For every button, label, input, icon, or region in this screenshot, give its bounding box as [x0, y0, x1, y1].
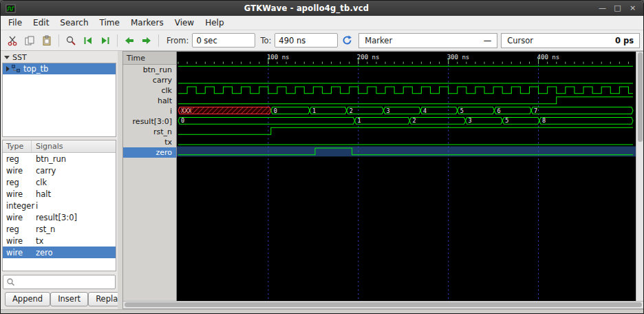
svg-text:100 ns: 100 ns — [267, 54, 290, 61]
signals-rows: regbtn_runwirecarryregclkwirehaltinteger… — [3, 153, 116, 258]
copy-icon[interactable] — [21, 32, 38, 49]
append-button[interactable]: Append — [5, 292, 50, 306]
menu-item-search[interactable]: Search — [54, 17, 94, 29]
svg-text:6: 6 — [497, 107, 500, 114]
sst-title: SST — [12, 53, 27, 62]
wave-name-btn-run[interactable]: btn_run — [123, 65, 176, 75]
panel-splitter[interactable] — [118, 51, 122, 309]
paste-icon[interactable] — [39, 32, 55, 49]
wave-name-tx[interactable]: tx — [123, 137, 176, 147]
to-label: To: — [260, 36, 271, 45]
wave-names-column: Time btn_runcarryclkhaltiresult[3:0]rst_… — [123, 52, 177, 301]
zoom-fit-icon[interactable] — [63, 32, 79, 49]
svg-text:5: 5 — [505, 117, 508, 124]
to-input[interactable] — [275, 33, 338, 48]
toolbar-separator — [58, 34, 59, 47]
menu-item-view[interactable]: View — [169, 17, 200, 29]
signal-type: reg — [3, 224, 32, 234]
svg-text:XXX: XXX — [181, 107, 192, 114]
expander-icon[interactable] — [6, 66, 10, 72]
type-column-header[interactable]: Type — [3, 140, 32, 152]
signal-row-tx[interactable]: wiretx — [3, 235, 116, 247]
signal-type: wire — [3, 166, 32, 176]
vertical-scrollbar[interactable] — [636, 52, 643, 301]
insert-button[interactable]: Insert — [50, 292, 88, 306]
shift-left-icon[interactable] — [121, 32, 138, 49]
signal-row-btn-run[interactable]: regbtn_run — [3, 153, 116, 165]
toolbar-separator — [158, 34, 159, 47]
signal-name: rst_n — [32, 224, 116, 234]
tree-item-top-tb[interactable]: top_tb — [3, 63, 116, 74]
gtkwave-window: GTKWave - apollo4g_tb.vcd — □ × FileEdit… — [0, 0, 644, 314]
hierarchy-icon — [12, 65, 21, 73]
signal-type: integer — [3, 201, 32, 211]
close-icon[interactable]: × — [627, 1, 638, 15]
wave-name-zero[interactable]: zero — [123, 147, 176, 158]
wave-canvas-svg[interactable]: 100 ns200 ns300 ns400 nsXXX0123456701235… — [177, 52, 636, 301]
signal-type: reg — [3, 154, 32, 164]
signal-name: i — [32, 201, 116, 211]
signals-column-header[interactable]: Signals — [32, 140, 116, 152]
signal-row-result-3-0[interactable]: wireresult[3:0] — [3, 211, 116, 223]
signal-row-halt[interactable]: wirehalt — [3, 188, 116, 200]
shift-right-icon[interactable] — [138, 32, 155, 49]
menu-item-time[interactable]: Time — [94, 17, 125, 29]
wave-name-clk[interactable]: clk — [123, 85, 176, 96]
svg-text:2: 2 — [350, 107, 353, 114]
signal-name: carry — [32, 166, 116, 176]
main-area: SST top_tb Type Signals regbtn_runwireca… — [1, 51, 643, 309]
svg-text:7: 7 — [534, 107, 537, 114]
marker-box: Marker — — [358, 33, 497, 48]
from-input[interactable] — [192, 33, 255, 48]
svg-text:3: 3 — [469, 117, 472, 124]
reload-icon[interactable] — [339, 32, 355, 49]
window-bottom-edge — [1, 309, 643, 313]
svg-text:400 ns: 400 ns — [537, 54, 560, 61]
signals-table: Type Signals regbtn_runwirecarryregclkwi… — [2, 140, 116, 271]
toolbar: From: To: Marker — Cursor 0 ps — [1, 30, 643, 51]
wave-canvas[interactable]: 100 ns200 ns300 ns400 nsXXX0123456701235… — [177, 52, 636, 301]
search-input[interactable] — [18, 278, 112, 286]
vertical-scrollbar-thumb[interactable] — [638, 52, 643, 142]
signal-buttons: AppendInsertReplace — [2, 289, 116, 308]
signals-table-header: Type Signals — [3, 140, 116, 153]
titlebar[interactable]: GTKWave - apollo4g_tb.vcd — □ × — [1, 1, 643, 16]
minimize-icon[interactable]: — — [597, 1, 608, 15]
signal-row-clk[interactable]: regclk — [3, 176, 116, 188]
toolbar-separator — [117, 34, 118, 47]
signal-row-rst-n[interactable]: regrst_n — [3, 223, 116, 235]
svg-text:3: 3 — [386, 107, 389, 114]
menu-item-file[interactable]: File — [3, 17, 28, 29]
cut-icon[interactable] — [4, 32, 21, 49]
wave-name-halt[interactable]: halt — [123, 96, 176, 106]
sst-tree: top_tb — [2, 63, 116, 137]
fetch-prev-edge-icon[interactable] — [80, 32, 96, 49]
horizontal-scrollbar-thumb[interactable] — [125, 302, 642, 307]
menu-item-edit[interactable]: Edit — [28, 17, 54, 29]
signal-row-zero[interactable]: wirezero — [3, 247, 116, 258]
wave-name-rst-n[interactable]: rst_n — [123, 127, 176, 137]
fetch-next-edge-icon[interactable] — [97, 32, 114, 49]
sst-panel: SST top_tb Type Signals regbtn_runwireca… — [1, 51, 118, 309]
signal-row-i[interactable]: integeri — [3, 200, 116, 211]
signal-row-carry[interactable]: wirecarry — [3, 165, 116, 176]
svg-text:0: 0 — [181, 117, 184, 124]
wave-name-result-3-0[interactable]: result[3:0] — [123, 116, 176, 127]
svg-text:300 ns: 300 ns — [447, 54, 470, 61]
horizontal-scrollbar[interactable] — [123, 301, 643, 308]
marker-label: Marker — [365, 36, 392, 45]
wave-name-i[interactable]: i — [123, 106, 176, 116]
menu-item-help[interactable]: Help — [200, 17, 229, 29]
window-title: GTKWave - apollo4g_tb.vcd — [20, 3, 593, 13]
sst-section-header[interactable]: SST — [2, 52, 116, 63]
signal-search — [3, 275, 116, 289]
signal-type: wire — [3, 213, 32, 222]
svg-text:1: 1 — [358, 117, 361, 124]
cursor-box: Cursor 0 ps — [501, 33, 640, 48]
wave-name-carry[interactable]: carry — [123, 75, 176, 85]
menu-item-markers[interactable]: Markers — [125, 17, 169, 29]
maximize-icon[interactable]: □ — [612, 1, 623, 15]
marker-value: — — [484, 36, 492, 45]
signal-name: result[3:0] — [32, 213, 116, 222]
gtkwave-app-icon — [6, 3, 16, 14]
